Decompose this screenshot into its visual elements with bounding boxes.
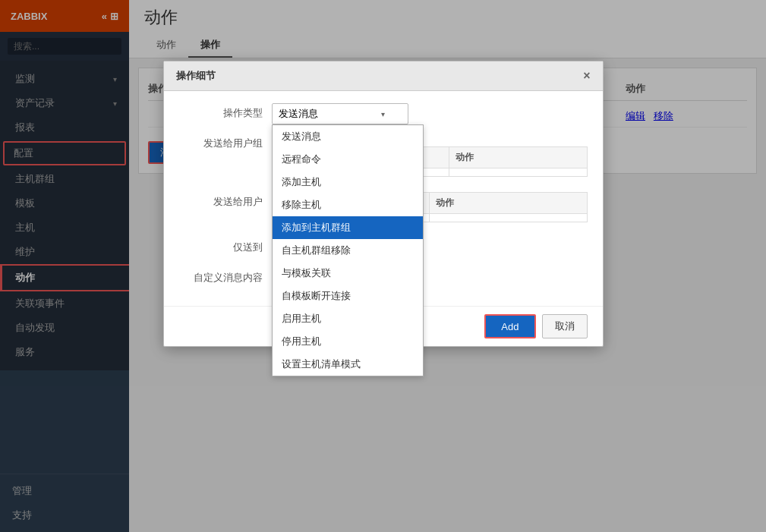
dropdown-item-link-template[interactable]: 与模板关联 (273, 262, 423, 285)
dropdown-item-disable-host[interactable]: 停用主机 (273, 330, 423, 353)
dropdown-item-add-host[interactable]: 添加主机 (273, 171, 423, 194)
operation-type-label: 操作类型 (179, 103, 263, 120)
only-send-label: 仅送到 (179, 238, 263, 254)
dropdown-item-send-message[interactable]: 发送消息 (273, 125, 423, 148)
dropdown-item-unlink-template[interactable]: 自模板断开连接 (273, 285, 423, 307)
send-to-user-label: 发送给用户 (179, 192, 263, 209)
dropdown-item-remote-cmd[interactable]: 远程命令 (273, 148, 423, 171)
dropdown-menu: 发送消息 远程命令 添加主机 移除主机 添加到主机群组 自主机群组移除 与模板关… (272, 124, 424, 376)
dropdown-item-remove-host[interactable]: 移除主机 (273, 194, 423, 216)
dropdown-item-enable-host[interactable]: 启用主机 (273, 307, 423, 330)
add-button[interactable]: Add (484, 314, 535, 338)
operation-type-select[interactable]: 发送消息 ▾ (272, 103, 408, 124)
operation-type-select-wrapper: 发送消息 ▾ 发送消息 远程命令 添加主机 移除主机 添加到主机群组 自主机群组… (272, 103, 408, 124)
modal-title: 操作细节 (176, 69, 216, 83)
cancel-button[interactable]: 取消 (542, 314, 588, 338)
modal-header: 操作细节 × (164, 61, 603, 91)
dropdown-item-set-inventory-mode[interactable]: 设置主机清单模式 (273, 353, 423, 376)
modal-body: 操作类型 发送消息 ▾ 发送消息 远程命令 添加主机 移除主机 (164, 91, 603, 306)
modal-overlay: 操作细节 × 操作类型 发送消息 ▾ 发送消息 远程命令 (0, 0, 766, 532)
dropdown-arrow-icon: ▾ (381, 110, 385, 118)
modal-dialog: 操作细节 × 操作类型 发送消息 ▾ 发送消息 远程命令 (163, 61, 604, 347)
select-value: 发送消息 (279, 107, 318, 121)
send-to-users-label: 发送给用户组 (179, 134, 263, 150)
col-action: 动作 (430, 193, 588, 214)
form-row-operation-type: 操作类型 发送消息 ▾ 发送消息 远程命令 添加主机 移除主机 (179, 103, 588, 124)
custom-message-label: 自定义消息内容 (179, 268, 263, 285)
dropdown-item-remove-from-hostgroup[interactable]: 自主机群组移除 (273, 239, 423, 262)
dropdown-item-add-to-hostgroup[interactable]: 添加到主机群组 (273, 216, 423, 239)
operation-type-field: 发送消息 ▾ 发送消息 远程命令 添加主机 移除主机 添加到主机群组 自主机群组… (272, 103, 588, 124)
close-icon[interactable]: × (583, 70, 590, 82)
col-action: 动作 (449, 147, 587, 168)
